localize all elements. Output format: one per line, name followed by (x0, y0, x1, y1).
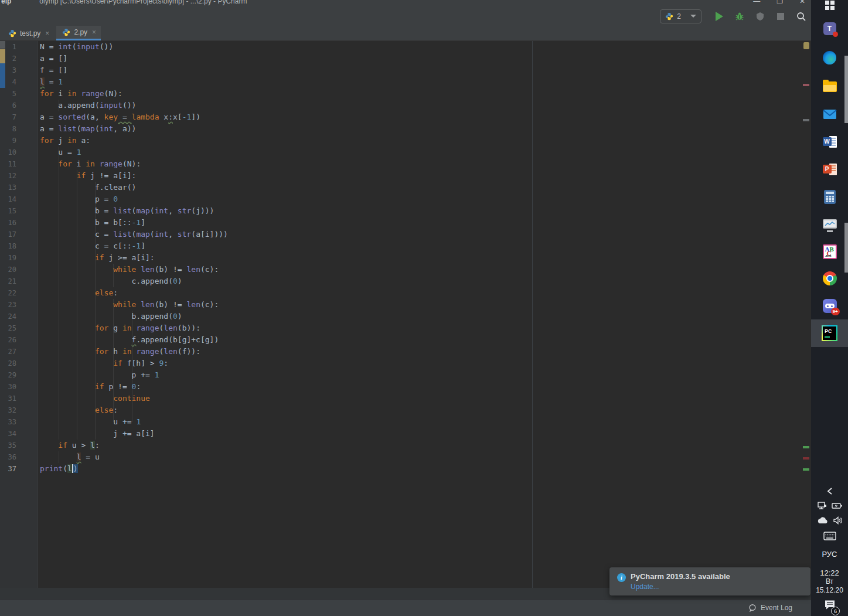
code-line[interactable]: 28 if f[h] > 9: (0, 358, 803, 369)
line-number[interactable]: 10 (0, 147, 16, 158)
network-icon[interactable] (818, 502, 827, 510)
line-number[interactable]: 9 (0, 135, 16, 147)
show-hidden-icons-button[interactable] (811, 485, 848, 497)
code-line[interactable]: 5for i in range(N): (0, 88, 803, 100)
code-line[interactable]: 26 f.append(b[g]+c[g]) (0, 334, 803, 346)
maximize-icon[interactable]: ❐ (777, 0, 783, 5)
code-line[interactable]: 11 for i in range(N): (0, 158, 803, 170)
code-line[interactable]: 32 else: (0, 404, 803, 416)
code-line[interactable]: 25 for g in range(len(b)): (0, 322, 803, 334)
error-stripe-weak-mark[interactable] (803, 119, 809, 121)
stop-button[interactable] (774, 10, 787, 23)
taskbar-item-edge[interactable] (811, 47, 848, 67)
line-number[interactable]: 25 (0, 322, 16, 334)
code-line[interactable]: 10 u = 1 (0, 147, 803, 158)
taskbar-item-calculator[interactable] (811, 187, 848, 207)
line-number[interactable]: 34 (0, 428, 16, 440)
taskbar-item-discord[interactable]: 9+ (811, 296, 848, 316)
code-line[interactable]: 22 else: (0, 287, 803, 299)
line-number[interactable]: 35 (0, 440, 16, 451)
minimize-icon[interactable]: — (753, 0, 760, 5)
line-number[interactable]: 20 (0, 264, 16, 275)
tab-test-py[interactable]: test.py × (2, 26, 54, 40)
menu-help-fragment[interactable]: elp (1, 0, 11, 5)
close-icon[interactable]: × (92, 28, 96, 36)
code-line[interactable]: 33 u += 1 (0, 416, 803, 428)
line-number[interactable]: 4 (0, 76, 16, 88)
line-number[interactable]: 37 (0, 463, 16, 475)
close-icon[interactable]: ✕ (799, 0, 805, 5)
code-line[interactable]: 37print(l) (0, 463, 803, 475)
code-line[interactable]: 2a = [] (0, 53, 803, 64)
run-with-coverage-button[interactable] (754, 10, 767, 23)
code-line[interactable]: 17 c = list(map(int, str(a[i]))) (0, 229, 803, 240)
line-number[interactable]: 29 (0, 369, 16, 381)
battery-icon[interactable] (832, 502, 842, 509)
code-line[interactable]: 1N = int(input()) (0, 41, 803, 53)
line-number[interactable]: 11 (0, 158, 16, 170)
code-line[interactable]: 4l = 1 (0, 76, 803, 88)
onedrive-cloud-icon[interactable] (817, 517, 829, 524)
code-line[interactable]: 29 p += 1 (0, 369, 803, 381)
line-number[interactable]: 3 (0, 64, 16, 76)
code-line[interactable]: 34 j += a[i] (0, 428, 803, 440)
code-line[interactable]: 36 l = u (0, 451, 803, 463)
run-configuration-select[interactable]: 2 (660, 9, 701, 23)
line-number[interactable]: 14 (0, 193, 16, 205)
line-number[interactable]: 1 (0, 41, 16, 53)
debug-button[interactable] (733, 10, 746, 23)
line-number[interactable]: 6 (0, 100, 16, 111)
volume-icon[interactable] (833, 516, 843, 525)
line-number[interactable]: 13 (0, 182, 16, 193)
update-link[interactable]: Update... (631, 583, 659, 591)
action-center-button[interactable]: 6 (811, 597, 848, 613)
taskbar-item-powerpoint[interactable]: P (811, 159, 848, 179)
line-number[interactable]: 36 (0, 451, 16, 463)
error-stripe-green-mark[interactable] (803, 446, 809, 448)
line-number[interactable]: 7 (0, 111, 16, 123)
code-line[interactable]: 27 for h in range(len(f)): (0, 346, 803, 358)
code-lines[interactable]: 1N = int(input())2a = []3f = []4l = 15fo… (0, 41, 803, 475)
taskbar-item-system-monitor[interactable] (811, 216, 848, 236)
code-line[interactable]: 3f = [] (0, 64, 803, 76)
error-stripe-green-mark[interactable] (803, 468, 809, 471)
taskbar-item-chrome[interactable] (811, 268, 848, 288)
line-number[interactable]: 2 (0, 53, 16, 64)
code-line[interactable]: 9for j in a: (0, 135, 803, 147)
code-line[interactable]: 20 while len(b) != len(c): (0, 264, 803, 275)
update-notification[interactable]: i PyCharm 2019.3.5 available Update... (609, 567, 810, 595)
line-number[interactable]: 5 (0, 88, 16, 100)
code-line[interactable]: 16 b = b[::-1] (0, 217, 803, 229)
code-line[interactable]: 21 c.append(0) (0, 275, 803, 287)
line-number[interactable]: 17 (0, 229, 16, 240)
code-line[interactable]: 31 continue (0, 393, 803, 404)
event-log-button[interactable]: Event Log (761, 604, 792, 612)
error-stripe-red-mark[interactable] (803, 457, 809, 460)
taskbar-clock[interactable]: 12:22 Вт 15.12.20 (811, 571, 848, 592)
code-line[interactable]: 14 p = 0 (0, 193, 803, 205)
line-number[interactable]: 16 (0, 217, 16, 229)
code-line[interactable]: 35 if u > l: (0, 440, 803, 451)
language-indicator[interactable]: РУС (811, 547, 848, 560)
line-number[interactable]: 33 (0, 416, 16, 428)
line-number[interactable]: 31 (0, 393, 16, 404)
run-button[interactable] (713, 10, 726, 23)
line-number[interactable]: 28 (0, 358, 16, 369)
code-line[interactable]: 15 b = list(map(int, str(j))) (0, 205, 803, 217)
line-number[interactable]: 26 (0, 334, 16, 346)
error-stripe-warning-mark[interactable] (803, 84, 809, 86)
line-number[interactable]: 19 (0, 252, 16, 264)
close-icon[interactable]: × (45, 29, 49, 38)
search-everywhere-button[interactable] (795, 10, 808, 23)
code-line[interactable]: 30 if p != 0: (0, 381, 803, 393)
code-line[interactable]: 12 if j != a[i]: (0, 170, 803, 182)
line-number[interactable]: 27 (0, 346, 16, 358)
code-line[interactable]: 6 a.append(input()) (0, 100, 803, 111)
start-button[interactable] (811, 0, 848, 15)
code-line[interactable]: 23 while len(b) != len(c): (0, 299, 803, 311)
code-line[interactable]: 13 f.clear() (0, 182, 803, 193)
taskbar-item-pycharm-active[interactable]: PC (811, 319, 848, 347)
tab-2-py[interactable]: 2.py × (56, 26, 101, 40)
line-number[interactable]: 32 (0, 404, 16, 416)
line-number[interactable]: 23 (0, 299, 16, 311)
